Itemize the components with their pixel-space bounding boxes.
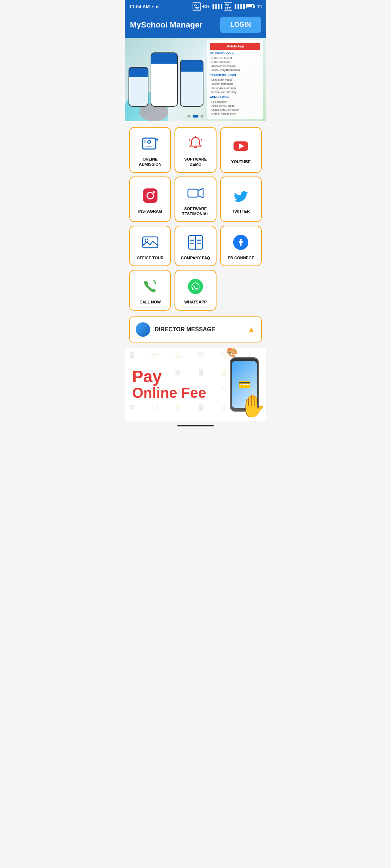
director-message-bar[interactable]: DIRECTOR MESSAGE ▲ <box>129 316 262 342</box>
carrier-icon: d <box>156 4 159 9</box>
phone-small <box>129 67 148 107</box>
login-button[interactable]: LOGIN <box>220 17 261 33</box>
network-label: 4G+ <box>202 4 210 9</box>
grid-item-company-faq[interactable]: COMPANY FAQ <box>175 226 216 266</box>
status-right: VoLTE 4G+ ▐▐▐▐ VoLTE ▐▐▐▐ 79 <box>193 2 262 11</box>
svg-rect-12 <box>188 189 198 197</box>
grid-item-office-tour[interactable]: OFFICE TOUR <box>129 226 171 266</box>
facebook-icon <box>231 233 250 252</box>
wifi-icon: ▪ <box>152 4 154 9</box>
svg-rect-3 <box>144 140 146 143</box>
image-icon <box>141 233 160 252</box>
svg-point-15 <box>145 239 148 242</box>
grid-item-youtube[interactable]: YOUTUBE <box>220 127 262 173</box>
phone-medium <box>180 60 203 107</box>
dot-1[interactable] <box>188 115 190 118</box>
pay-line1: Pay <box>132 368 206 385</box>
info-icon <box>141 134 160 153</box>
software-testimonial-label: SOFTWARE TESTIMONIAL <box>178 206 213 217</box>
pay-phone-graphic: 🎨 💳 🤚 <box>230 357 259 412</box>
banner-phones <box>125 49 207 110</box>
status-bar: 11:04 AM ▪ d VoLTE 4G+ ▐▐▐▐ VoLTE ▐▐▐▐ 7… <box>125 0 266 13</box>
bell-icon <box>186 134 205 153</box>
book-icon <box>186 233 205 252</box>
credit-card-icon: 💳 <box>238 378 251 390</box>
twitter-label: TWITTER <box>232 209 250 214</box>
app-header: MySchool Manager LOGIN <box>125 13 266 38</box>
menu-grid-row1: ONLINE ADMISSION SOFTWARE DEMO <box>129 127 262 266</box>
svg-rect-8 <box>143 188 157 203</box>
director-message-title: DIRECTOR MESSAGE <box>155 326 215 333</box>
whatsapp-icon <box>186 277 205 296</box>
phone-large <box>151 52 178 107</box>
youtube-label: YOUTUBE <box>231 159 251 164</box>
twitter-icon <box>231 186 250 205</box>
online-admission-label: ONLINE ADMISSION <box>133 157 167 167</box>
grid-item-software-demo[interactable]: SOFTWARE DEMO <box>175 127 216 173</box>
banner-content: Mobile App STUDENT LOGIN Online fee depo… <box>125 38 266 121</box>
instagram-label: INSTAGRAM <box>138 209 162 214</box>
banner-dots <box>188 115 203 118</box>
phone-icon <box>141 277 160 296</box>
director-bar-left: DIRECTOR MESSAGE <box>136 322 215 337</box>
software-demo-label: SOFTWARE DEMO <box>178 157 213 167</box>
office-tour-label: OFFICE TOUR <box>136 255 163 260</box>
mobile-app-label: Mobile App <box>210 43 260 50</box>
whatsapp-label: WHATSAPP <box>184 299 207 305</box>
svg-point-1 <box>148 140 151 143</box>
time-display: 11:04 AM <box>129 4 150 9</box>
menu-grid-container: ONLINE ADMISSION SOFTWARE DEMO <box>125 121 266 316</box>
grid-item-online-admission[interactable]: ONLINE ADMISSION <box>129 127 171 173</box>
svg-marker-13 <box>198 188 203 198</box>
pay-text-area: Pay Online Fee <box>132 368 206 401</box>
signal-bars2: ▐▐▐▐ <box>234 4 245 9</box>
grid-item-twitter[interactable]: TWITTER <box>220 176 262 222</box>
dot-2[interactable] <box>193 115 198 118</box>
svg-point-11 <box>153 191 155 193</box>
chevron-up-icon: ▲ <box>247 325 255 334</box>
grid-item-fb-connect[interactable]: FB CONNECT <box>220 226 262 266</box>
volte-icon: VoLTE <box>193 2 201 11</box>
app-title: MySchool Manager <box>130 20 202 30</box>
grid-item-call-now[interactable]: CALL NOW <box>129 270 171 310</box>
call-now-label: CALL NOW <box>139 299 161 305</box>
youtube-icon <box>231 137 250 156</box>
dot-3[interactable] <box>201 115 203 118</box>
bottom-nav-bar <box>177 425 214 426</box>
pay-online-banner: 📱💳🔔 📚✏️📊 💡📋🎓 📱💰🏫 📝💳🔔 📊✏️📚 🎓📋💡 📱💰🏫 Pay On… <box>125 348 266 421</box>
status-left: 11:04 AM ▪ d <box>129 4 159 9</box>
grid-item-instagram[interactable]: INSTAGRAM <box>129 176 171 222</box>
video-camera-icon <box>186 184 205 203</box>
pay-line2: Online Fee <box>132 385 206 401</box>
grid-item-software-testimonial[interactable]: SOFTWARE TESTIMONIAL <box>175 176 216 222</box>
hero-banner: Mobile App STUDENT LOGIN Online fee depo… <box>125 38 266 121</box>
svg-rect-14 <box>143 237 158 248</box>
battery-display: 79 <box>246 4 262 9</box>
fb-connect-label: FB CONNECT <box>228 255 254 260</box>
signal-bars: ▐▐▐▐ <box>211 4 222 9</box>
menu-grid-row2: CALL NOW WHATSAPP <box>129 270 262 310</box>
instagram-icon <box>141 186 160 205</box>
grid-item-whatsapp[interactable]: WHATSAPP <box>175 270 216 310</box>
company-faq-label: COMPANY FAQ <box>181 255 210 260</box>
director-avatar <box>136 322 150 337</box>
banner-info-panel: Mobile App STUDENT LOGIN Online fee depo… <box>207 40 263 119</box>
volte2-icon: VoLTE <box>224 2 232 11</box>
